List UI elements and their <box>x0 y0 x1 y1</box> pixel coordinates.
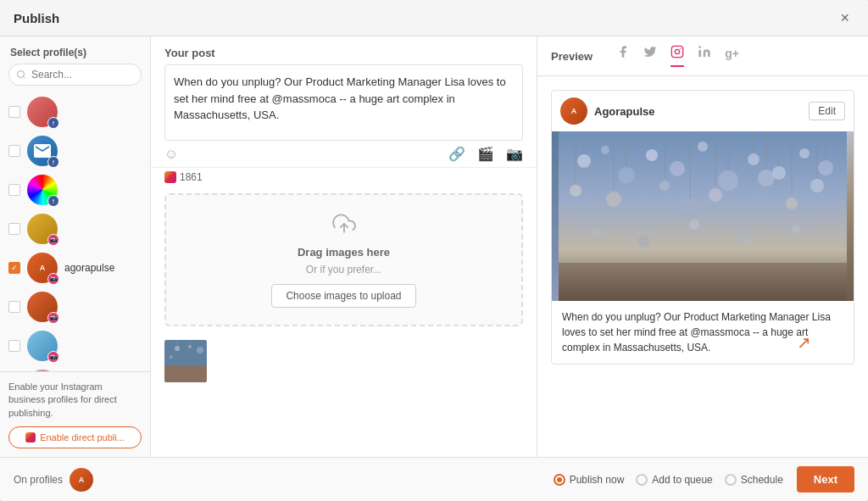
svg-rect-52 <box>559 263 847 301</box>
upload-cloud-icon <box>332 212 356 241</box>
instagram-badge-icon: 📷 <box>47 273 59 285</box>
post-section-header: Your post <box>151 36 537 64</box>
svg-point-23 <box>670 161 685 176</box>
publish-modal: Publish × Select profile(s) f <box>0 0 868 501</box>
svg-point-5 <box>170 355 173 359</box>
svg-point-41 <box>659 181 670 191</box>
svg-point-29 <box>748 153 760 165</box>
profile-checkbox[interactable] <box>8 223 20 235</box>
svg-point-19 <box>618 167 635 184</box>
radio-dot-publish-now <box>554 474 565 486</box>
svg-point-39 <box>606 192 621 207</box>
tab-instagram[interactable] <box>670 45 684 67</box>
radio-publish-now[interactable]: Publish now <box>554 474 625 486</box>
profile-checkbox-checked[interactable] <box>8 262 20 274</box>
link-icon[interactable]: 🔗 <box>448 146 465 162</box>
edit-button[interactable]: Edit <box>809 102 845 120</box>
post-card-profile: A Agorapulse <box>560 97 655 125</box>
thumbnail-image[interactable] <box>164 340 207 382</box>
radio-dot-add-to-queue <box>636 474 648 486</box>
instagram-badge-icon: 📷 <box>47 312 59 324</box>
list-item[interactable]: 📷 <box>0 326 150 365</box>
camera-icon[interactable]: 📷 <box>506 146 523 162</box>
post-textarea[interactable]: When do you unplug? Our Product Marketin… <box>164 64 523 141</box>
profile-checkbox[interactable] <box>8 145 20 157</box>
tab-facebook[interactable] <box>616 45 630 67</box>
tab-linkedin[interactable] <box>698 45 711 67</box>
instagram-icon <box>25 432 36 443</box>
list-item[interactable]: f <box>0 131 150 170</box>
list-item[interactable]: 📷 <box>0 209 150 248</box>
radio-label-add-to-queue: Add to queue <box>652 474 712 486</box>
list-item[interactable]: f <box>0 170 150 209</box>
profile-checkbox[interactable] <box>8 301 20 313</box>
preview-content: A Agorapulse Edit <box>537 76 868 457</box>
preview-panel: Preview <box>537 36 868 457</box>
svg-point-33 <box>799 148 810 159</box>
preview-header: Preview <box>537 36 868 76</box>
instagram-badge-icon: 📷 <box>47 351 59 363</box>
svg-point-27 <box>718 170 738 191</box>
svg-point-35 <box>818 160 833 175</box>
emoji-icon[interactable]: ☺ <box>164 147 178 162</box>
char-count-row: 1861 <box>151 168 537 186</box>
avatar: f <box>27 370 58 371</box>
radio-schedule[interactable]: Schedule <box>725 474 783 486</box>
upload-main-text: Drag images here <box>298 246 390 259</box>
list-item[interactable]: f <box>0 365 150 371</box>
radio-group: Publish now Add to queue Schedule <box>554 474 783 486</box>
svg-point-53 <box>593 229 601 237</box>
image-thumbnails <box>151 333 537 389</box>
post-toolbar: ☺ 🔗 🎬 📷 <box>151 141 537 168</box>
footer-actions: Publish now Add to queue Schedule Next <box>554 466 854 493</box>
sidebar-title: Select profile(s) <box>0 36 150 64</box>
profile-checkbox[interactable] <box>8 106 20 118</box>
tab-google[interactable]: g+ <box>725 47 739 65</box>
svg-point-57 <box>792 225 800 233</box>
svg-point-47 <box>758 170 775 186</box>
arrow-annotation: ↗ <box>797 330 811 355</box>
sidebar: Select profile(s) f <box>0 36 151 457</box>
next-button[interactable]: Next <box>797 466 854 493</box>
svg-point-11 <box>680 48 681 49</box>
upload-zone[interactable]: Drag images here Or if you prefer... Cho… <box>164 193 523 326</box>
modal-header: Publish × <box>0 0 868 36</box>
search-input[interactable] <box>8 64 142 86</box>
svg-point-25 <box>698 142 708 152</box>
radio-label-publish-now: Publish now <box>570 474 625 486</box>
svg-point-37 <box>570 185 581 197</box>
svg-point-55 <box>689 220 699 230</box>
choose-images-button[interactable]: Choose images to upload <box>271 284 415 308</box>
on-profiles-label: On profiles <box>14 474 63 486</box>
avatar: 📷 <box>27 214 58 244</box>
svg-point-15 <box>577 154 591 168</box>
svg-point-4 <box>197 347 203 353</box>
tab-twitter[interactable] <box>643 45 657 67</box>
svg-point-17 <box>601 146 609 154</box>
list-item[interactable]: 📷 <box>0 287 150 326</box>
avatar: A 📷 <box>27 253 58 283</box>
post-caption: When do you unplug? Our Product Marketin… <box>552 301 854 364</box>
preview-title: Preview <box>551 50 593 63</box>
svg-rect-8 <box>164 365 207 382</box>
svg-point-51 <box>810 179 824 192</box>
avatar-img <box>27 370 58 371</box>
profile-checkbox[interactable] <box>8 184 20 196</box>
list-item[interactable]: A 📷 agorapulse <box>0 248 150 287</box>
radio-add-to-queue[interactable]: Add to queue <box>636 474 712 486</box>
post-card-header: A Agorapulse Edit <box>552 91 854 131</box>
media-icon[interactable]: 🎬 <box>477 146 494 162</box>
list-item[interactable]: f <box>0 92 150 131</box>
svg-point-56 <box>738 231 752 244</box>
upload-sub-text: Or if you prefer... <box>306 264 381 276</box>
sidebar-footer: Enable your Instagram business profiles … <box>0 371 150 457</box>
modal-footer: On profiles A Publish now Add to queue S… <box>0 457 868 501</box>
enable-direct-publish-button[interactable]: Enable direct publi... <box>8 426 142 448</box>
profile-checkbox[interactable] <box>8 340 20 352</box>
radio-label-schedule: Schedule <box>741 474 783 486</box>
center-panel: Your post When do you unplug? Our Produc… <box>151 36 537 457</box>
avatar: f <box>27 175 58 205</box>
close-button[interactable]: × <box>835 8 854 27</box>
svg-point-10 <box>675 49 679 53</box>
radio-dot-schedule <box>725 474 737 486</box>
